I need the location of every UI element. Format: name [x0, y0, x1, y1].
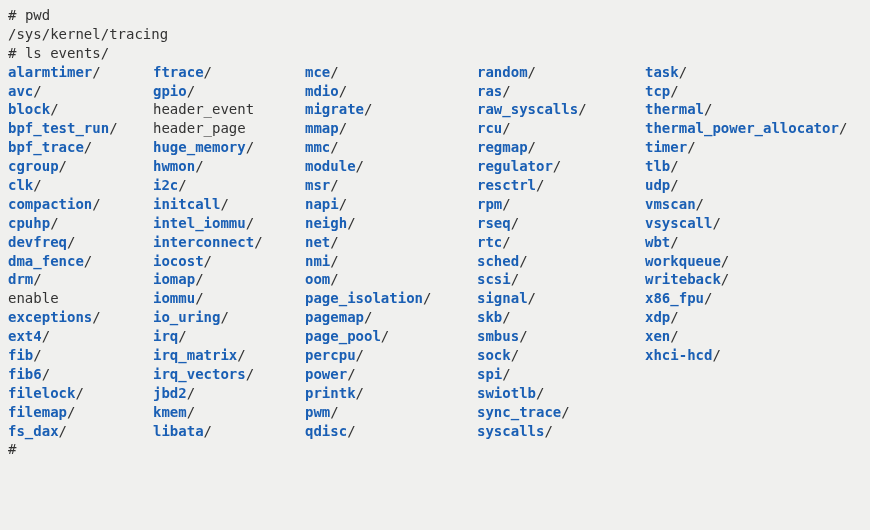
directory-name: power [305, 366, 347, 382]
directory-name: wbt [645, 234, 670, 250]
directory-name: migrate [305, 101, 364, 117]
dir-slash: / [502, 196, 510, 212]
dir-slash: / [246, 215, 254, 231]
dir-slash: / [59, 158, 67, 174]
directory-name: gpio [153, 83, 187, 99]
file-name: header_page [153, 120, 246, 136]
ls-entry: irq_vectors/ [153, 365, 305, 384]
directory-name: sock [477, 347, 511, 363]
dir-slash: / [721, 253, 729, 269]
ls-entry: drm/ [8, 270, 153, 289]
dir-slash: / [670, 83, 678, 99]
directory-name: iomap [153, 271, 195, 287]
directory-name: swiotlb [477, 385, 536, 401]
command-ls: ls events/ [25, 45, 109, 61]
ls-entry: compaction/ [8, 195, 153, 214]
ls-entry: iocost/ [153, 252, 305, 271]
directory-name: nmi [305, 253, 330, 269]
dir-slash: / [670, 309, 678, 325]
directory-name: cpuhp [8, 215, 50, 231]
dir-slash: / [381, 328, 389, 344]
ls-entry: task/ [645, 63, 847, 82]
dir-slash: / [519, 328, 527, 344]
ls-entry: module/ [305, 157, 477, 176]
directory-name: skb [477, 309, 502, 325]
directory-name: tlb [645, 158, 670, 174]
directory-name: thermal_power_allocator [645, 120, 839, 136]
ls-entry: printk/ [305, 384, 477, 403]
dir-slash: / [356, 347, 364, 363]
directory-name: cgroup [8, 158, 59, 174]
ls-entry: writeback/ [645, 270, 847, 289]
dir-slash: / [187, 385, 195, 401]
ls-entry: intel_iommu/ [153, 214, 305, 233]
dir-slash: / [670, 158, 678, 174]
prompt-line-3: # [8, 440, 862, 459]
ls-entry: irq/ [153, 327, 305, 346]
ls-entry: mmap/ [305, 119, 477, 138]
directory-name: intel_iommu [153, 215, 246, 231]
dir-slash: / [84, 253, 92, 269]
directory-name: iocost [153, 253, 204, 269]
dir-slash: / [178, 177, 186, 193]
ls-entry: io_uring/ [153, 308, 305, 327]
directory-name: libata [153, 423, 204, 439]
ls-entry: qdisc/ [305, 422, 477, 441]
command-pwd: pwd [25, 7, 50, 23]
directory-name: ras [477, 83, 502, 99]
ls-entry: smbus/ [477, 327, 645, 346]
directory-name: random [477, 64, 528, 80]
dir-slash: / [670, 328, 678, 344]
ls-entry: filelock/ [8, 384, 153, 403]
dir-slash: / [204, 253, 212, 269]
ls-column: alarmtimer/avc/block/bpf_test_run/bpf_tr… [8, 63, 153, 441]
directory-name: bpf_trace [8, 139, 84, 155]
prompt-line-2: # ls events/ [8, 44, 862, 63]
directory-name: devfreq [8, 234, 67, 250]
directory-name: clk [8, 177, 33, 193]
ls-entry: cgroup/ [8, 157, 153, 176]
ls-entry: thermal/ [645, 100, 847, 119]
ls-entry: sock/ [477, 346, 645, 365]
ls-entry: i2c/ [153, 176, 305, 195]
directory-name: xhci-hcd [645, 347, 712, 363]
directory-name: jbd2 [153, 385, 187, 401]
dir-slash: / [330, 64, 338, 80]
ls-entry: ext4/ [8, 327, 153, 346]
dir-slash: / [528, 64, 536, 80]
ls-entry: avc/ [8, 82, 153, 101]
dir-slash: / [178, 328, 186, 344]
dir-slash: / [195, 290, 203, 306]
directory-name: x86_fpu [645, 290, 704, 306]
directory-name: mmc [305, 139, 330, 155]
ls-entry: huge_memory/ [153, 138, 305, 157]
ls-entry: header_page [153, 119, 305, 138]
dir-slash: / [42, 328, 50, 344]
ls-entry: rtc/ [477, 233, 645, 252]
ls-entry: ras/ [477, 82, 645, 101]
dir-slash: / [339, 196, 347, 212]
ls-entry: bpf_trace/ [8, 138, 153, 157]
directory-name: oom [305, 271, 330, 287]
directory-name: rseq [477, 215, 511, 231]
dir-slash: / [33, 83, 41, 99]
dir-slash: / [544, 423, 552, 439]
dir-slash: / [712, 215, 720, 231]
dir-slash: / [246, 139, 254, 155]
dir-slash: / [502, 234, 510, 250]
ls-column: ftrace/gpio/header_eventheader_pagehuge_… [153, 63, 305, 441]
ls-entry: filemap/ [8, 403, 153, 422]
ls-entry: ftrace/ [153, 63, 305, 82]
directory-name: vmscan [645, 196, 696, 212]
directory-name: filemap [8, 404, 67, 420]
directory-name: ftrace [153, 64, 204, 80]
dir-slash: / [33, 347, 41, 363]
dir-slash: / [33, 177, 41, 193]
dir-slash: / [704, 101, 712, 117]
directory-name: udp [645, 177, 670, 193]
dir-slash: / [339, 120, 347, 136]
ls-entry: dma_fence/ [8, 252, 153, 271]
ls-entry: interconnect/ [153, 233, 305, 252]
directory-name: mdio [305, 83, 339, 99]
pwd-output: /sys/kernel/tracing [8, 25, 862, 44]
